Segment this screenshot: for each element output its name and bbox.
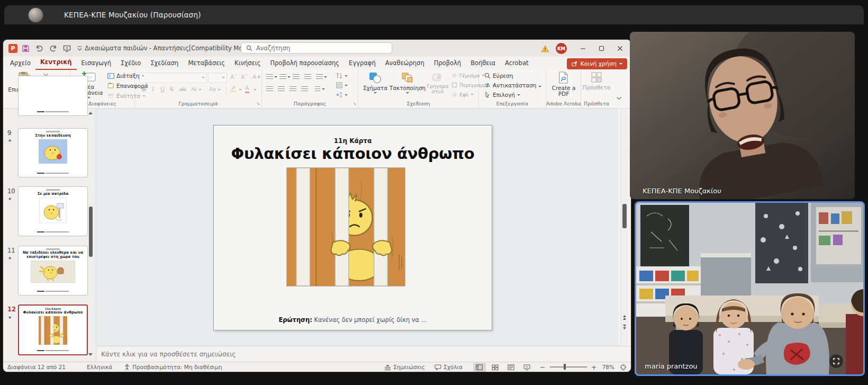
- align-left-button[interactable]: [266, 86, 273, 92]
- italic-button[interactable]: [151, 85, 153, 94]
- maximize-button[interactable]: [592, 40, 610, 57]
- tab-transitions[interactable]: Μεταβάσεις: [183, 57, 230, 70]
- decrease-font-icon[interactable]: [241, 73, 248, 82]
- notes-toggle-label: Σημειώσεις: [393, 364, 425, 370]
- align-center-button[interactable]: [278, 86, 285, 92]
- character-spacing-button[interactable]: [191, 85, 202, 94]
- zoom-slider[interactable]: [550, 366, 587, 368]
- minimize-button[interactable]: [574, 40, 592, 57]
- accessibility-status[interactable]: Προσβασιμότητα: Μη διαθέσιμη: [124, 364, 222, 370]
- decrease-indent-button[interactable]: [293, 74, 300, 79]
- text-direction-button[interactable]: [336, 73, 348, 79]
- undo-icon[interactable]: [35, 44, 44, 53]
- tab-acrobat[interactable]: Acrobat: [500, 57, 533, 70]
- create-pdf-button[interactable]: Create a PDF: [550, 71, 577, 97]
- thumbnail-scrollbar[interactable]: [88, 109, 94, 362]
- next-slide-button[interactable]: [622, 324, 627, 330]
- zoom-in-button[interactable]: +: [591, 363, 597, 371]
- expand-video-button[interactable]: [829, 354, 843, 368]
- font-color-button[interactable]: [245, 85, 249, 93]
- increase-font-icon[interactable]: [230, 73, 237, 82]
- tab-record[interactable]: Εγγραφή: [344, 57, 381, 70]
- slide-sorter-view-button[interactable]: [489, 363, 502, 372]
- columns-button[interactable]: [315, 86, 320, 92]
- layout-icon: [107, 73, 114, 79]
- strikethrough-button[interactable]: [170, 85, 174, 94]
- powerpoint-logo-icon[interactable]: [8, 44, 17, 53]
- thumbnail-slide-12-selected[interactable]: 11η Κάρτα Φυλακίσει κάποιον άνθρωπο: [18, 305, 88, 355]
- share-button[interactable]: Κοινή χρήση: [567, 58, 627, 69]
- bullets-button[interactable]: [266, 74, 273, 79]
- redo-icon[interactable]: [49, 44, 58, 53]
- tab-design[interactable]: Σχέδιο: [116, 57, 146, 70]
- tab-view[interactable]: Προβολή: [429, 57, 466, 70]
- tab-home[interactable]: Κεντρική: [35, 56, 77, 70]
- notes-toggle[interactable]: Σημειώσεις: [384, 364, 425, 370]
- fit-to-window-button[interactable]: [620, 364, 627, 371]
- video-tile-presenter[interactable]: ΚΕΠΕΑ-ΚΠΕ Μουζακίου: [630, 32, 855, 199]
- slide-area-scrollbar-thumb[interactable]: [622, 204, 627, 228]
- convert-smartart-button[interactable]: [336, 92, 348, 98]
- tab-insert[interactable]: Εισαγωγή: [77, 57, 116, 70]
- search-input[interactable]: Αναζήτηση: [241, 42, 392, 53]
- notes-pane[interactable]: Κάντε κλικ για να προσθέσετε σημειώσεις: [96, 346, 631, 362]
- select-button[interactable]: Επιλογή: [484, 92, 520, 98]
- thumbnail-slide-10[interactable]: Σε μία πατρίδα: [18, 186, 88, 236]
- zoom-out-button[interactable]: −: [540, 363, 546, 371]
- scroll-down-icon[interactable]: [88, 353, 93, 356]
- slide-area-scrollbar[interactable]: [621, 110, 628, 345]
- find-button[interactable]: Εύρεση: [484, 73, 513, 79]
- align-text-button[interactable]: [336, 82, 348, 88]
- previous-slide-button[interactable]: [622, 314, 627, 321]
- slide-picture[interactable]: [286, 167, 405, 286]
- warning-icon[interactable]: [540, 44, 549, 53]
- arrange-button[interactable]: Τακτοποίηση: [390, 72, 425, 94]
- thumbnail-slide-11[interactable]: Να ταξιδεύει ελεύθερα και να επιστρέφει …: [18, 246, 88, 296]
- font-name-select[interactable]: [139, 73, 207, 83]
- align-right-button[interactable]: [290, 86, 296, 92]
- change-case-button[interactable]: [209, 85, 221, 94]
- tab-animations[interactable]: Κινήσεις: [230, 57, 265, 70]
- underline-button[interactable]: [160, 85, 165, 94]
- comments-toggle[interactable]: Σχόλια: [435, 364, 463, 370]
- zoom-level[interactable]: 78%: [602, 364, 614, 370]
- shape-effects-button[interactable]: Εφέ: [451, 92, 474, 97]
- addins-button[interactable]: Πρόσθετα: [585, 71, 608, 91]
- account-avatar[interactable]: KM: [556, 43, 567, 54]
- scroll-up-icon[interactable]: [88, 112, 93, 114]
- shapes-button[interactable]: Σχήματα: [361, 72, 389, 94]
- increase-indent-button[interactable]: [304, 74, 311, 79]
- zoom-slider-handle[interactable]: [564, 364, 566, 370]
- tab-review[interactable]: Αναθεώρηση: [381, 57, 429, 70]
- tab-draw[interactable]: Σχεδίαση: [146, 57, 183, 70]
- reading-view-button[interactable]: [505, 363, 518, 372]
- thumbnail-slide-8-partial[interactable]: [18, 76, 88, 116]
- replace-button[interactable]: Αντικατάσταση: [484, 82, 536, 88]
- save-icon[interactable]: [21, 44, 30, 53]
- quick-access-customize-icon[interactable]: [75, 44, 84, 53]
- font-size-select[interactable]: [208, 73, 227, 83]
- language-indicator[interactable]: Ελληνικά: [87, 364, 112, 370]
- text-shadow-button[interactable]: [179, 85, 186, 94]
- numbering-button[interactable]: [279, 74, 286, 79]
- highlight-color-button[interactable]: [230, 85, 237, 92]
- normal-view-button[interactable]: [473, 363, 486, 372]
- slide-canvas[interactable]: 11η Κάρτα Φυλακίσει κάποιον άνθρωπο: [213, 125, 492, 330]
- collapse-ribbon-icon[interactable]: [616, 96, 622, 101]
- justify-button[interactable]: [301, 86, 308, 92]
- start-slideshow-icon[interactable]: [62, 44, 71, 53]
- tab-file[interactable]: Αρχείο: [5, 57, 35, 70]
- quick-styles-button[interactable]: Γρήγορα στυλ: [426, 72, 449, 94]
- thumbnail-slide-9[interactable]: Στην εκπαίδευση: [18, 128, 88, 177]
- create-pdf-label: Create a PDF: [550, 85, 577, 97]
- tab-help[interactable]: Βοήθεια: [466, 57, 500, 70]
- close-button[interactable]: [611, 40, 629, 57]
- bold-button[interactable]: [142, 85, 146, 94]
- tab-slideshow[interactable]: Προβολή παρουσίασης: [265, 57, 344, 70]
- line-spacing-button[interactable]: [316, 74, 323, 79]
- slideshow-view-button[interactable]: [521, 363, 534, 372]
- quick-styles-icon: [432, 72, 444, 83]
- thumbnail-scrollbar-thumb[interactable]: [89, 207, 93, 257]
- video-tile-classroom[interactable]: maria prantzou: [635, 201, 865, 376]
- clear-formatting-icon[interactable]: ✦: [252, 73, 261, 82]
